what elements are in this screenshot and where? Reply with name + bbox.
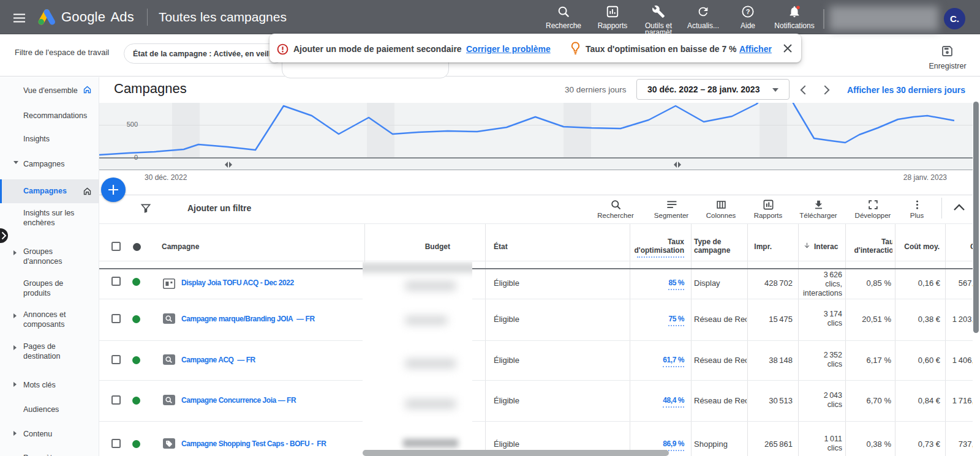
- svg-text:?: ?: [746, 8, 750, 15]
